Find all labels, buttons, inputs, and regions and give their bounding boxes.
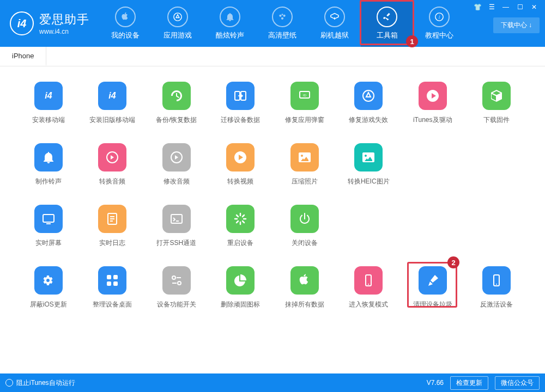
tool-label: 反激活设备 bbox=[480, 300, 513, 309]
tool-label: 安装旧版移动端 bbox=[89, 115, 135, 125]
footer-itunes-toggle[interactable]: 阻止iTunes自动运行 bbox=[16, 378, 75, 388]
wechat-button[interactable]: 微信公众号 bbox=[495, 376, 540, 390]
svg-rect-33 bbox=[107, 281, 111, 286]
logo-badge-icon: i4 bbox=[10, 11, 34, 35]
svg-line-27 bbox=[237, 215, 238, 217]
terminal-icon bbox=[162, 205, 191, 233]
app-title: 爱思助手 bbox=[39, 11, 89, 28]
check-update-button[interactable]: 检查更新 bbox=[450, 376, 488, 390]
radio-icon[interactable] bbox=[5, 379, 13, 387]
nav-5[interactable]: 工具箱 bbox=[361, 0, 413, 47]
tool-制作铃声[interactable]: 制作铃声 bbox=[16, 143, 81, 186]
image-icon bbox=[290, 143, 319, 171]
app-url: www.i4.cn bbox=[39, 28, 89, 35]
tool-修改音频[interactable]: 修改音频 bbox=[144, 143, 209, 186]
tool-label: 修改音频 bbox=[164, 177, 190, 186]
tool-label: 修复应用弹窗 bbox=[285, 115, 324, 125]
toggle-icon bbox=[162, 266, 191, 295]
svg-text:i4: i4 bbox=[109, 91, 116, 100]
tool-转换HEIC图片[interactable]: 转换HEIC图片 bbox=[337, 143, 401, 186]
tool-安装旧版移动端[interactable]: i4安装旧版移动端 bbox=[81, 82, 145, 125]
pie-icon bbox=[226, 266, 255, 295]
annotation-badge-2: 2 bbox=[447, 256, 459, 268]
tool-迁移设备数据[interactable]: 迁移设备数据 bbox=[209, 82, 273, 125]
tool-iTunes及驱动[interactable]: iTunes及驱动 bbox=[401, 82, 465, 125]
tool-进入恢复模式[interactable]: 进入恢复模式 bbox=[337, 266, 401, 309]
tool-修复游戏失效[interactable]: 修复游戏失效 bbox=[337, 82, 401, 125]
tool-打开SSH通道[interactable]: 打开SSH通道 bbox=[144, 205, 209, 248]
nav-icon-6: i bbox=[429, 7, 450, 27]
svg-rect-16 bbox=[43, 215, 54, 222]
tool-label: 备份/恢复数据 bbox=[156, 115, 197, 125]
nav-3[interactable]: 高清壁纸 bbox=[256, 0, 308, 47]
tool-安装移动端[interactable]: i4安装移动端 bbox=[16, 82, 81, 125]
tool-label: 进入恢复模式 bbox=[349, 300, 388, 309]
nav-label: 酷炫铃声 bbox=[216, 30, 244, 40]
tool-label: 迁移设备数据 bbox=[221, 115, 260, 125]
tool-压缩照片[interactable]: 压缩照片 bbox=[272, 143, 337, 186]
image-icon bbox=[354, 143, 383, 171]
tool-label: 删除顽固图标 bbox=[221, 300, 260, 309]
phone-icon bbox=[482, 266, 511, 295]
minimize-icon[interactable]: — bbox=[499, 2, 512, 12]
tool-实时日志[interactable]: 实时日志 bbox=[81, 205, 145, 248]
nav-icon-3 bbox=[272, 7, 293, 27]
tool-抹掉所有数据[interactable]: 抹掉所有数据 bbox=[272, 266, 337, 309]
theme-icon[interactable]: 👕 bbox=[471, 2, 484, 12]
loading-icon bbox=[226, 205, 255, 233]
tool-label: 转换HEIC图片 bbox=[348, 177, 390, 186]
svg-point-4 bbox=[282, 14, 283, 15]
tool-转换音频[interactable]: 转换音频 bbox=[81, 143, 145, 186]
tool-label: 制作铃声 bbox=[35, 177, 62, 186]
svg-line-30 bbox=[243, 215, 244, 217]
tab-iphone[interactable]: iPhone bbox=[0, 47, 46, 66]
tool-清理设备垃圾[interactable]: 清理设备垃圾2 bbox=[401, 266, 465, 309]
nav-icon-2 bbox=[220, 7, 240, 27]
appstore-icon bbox=[354, 82, 383, 110]
nav-label: 教程中心 bbox=[425, 30, 453, 40]
svg-point-2 bbox=[283, 15, 285, 17]
tool-反激活设备[interactable]: 反激活设备 bbox=[465, 266, 529, 309]
svg-point-1 bbox=[279, 15, 281, 17]
nav-6[interactable]: i教程中心 bbox=[413, 0, 465, 47]
nav-label: 高清壁纸 bbox=[268, 30, 296, 40]
close-icon[interactable]: ✕ bbox=[528, 2, 541, 12]
play-icon bbox=[226, 143, 255, 171]
tool-label: 抹掉所有数据 bbox=[285, 300, 324, 309]
svg-text:ID: ID bbox=[303, 94, 307, 97]
tool-重启设备[interactable]: 重启设备 bbox=[209, 205, 273, 248]
music-icon bbox=[419, 82, 447, 110]
tool-屏蔽iOS更新[interactable]: 屏蔽iOS更新 bbox=[16, 266, 81, 309]
tool-设备功能开关[interactable]: 设备功能开关 bbox=[144, 266, 209, 309]
menu-icon[interactable]: ☰ bbox=[485, 2, 498, 12]
tool-关闭设备[interactable]: 关闭设备 bbox=[272, 205, 337, 248]
nav-0[interactable]: 我的设备 bbox=[99, 0, 152, 47]
restore-icon bbox=[162, 82, 191, 110]
tool-下载固件[interactable]: 下载固件 bbox=[465, 82, 529, 125]
tool-修复应用弹窗[interactable]: ID修复应用弹窗 bbox=[272, 82, 337, 125]
nav-4[interactable]: 刷机越狱 bbox=[308, 0, 361, 47]
download-center-button[interactable]: 下载中心 ↓ bbox=[493, 17, 540, 33]
nav-1[interactable]: 应用游戏 bbox=[152, 0, 204, 47]
tool-label: 整理设备桌面 bbox=[93, 300, 132, 309]
tool-label: 屏蔽iOS更新 bbox=[30, 300, 67, 309]
window-controls: 👕 ☰ — ☐ ✕ bbox=[471, 2, 541, 12]
tool-转换视频[interactable]: 转换视频 bbox=[209, 143, 273, 186]
maximize-icon[interactable]: ☐ bbox=[513, 2, 526, 12]
tab-bar: iPhone bbox=[0, 47, 545, 66]
bell-icon bbox=[34, 143, 63, 171]
tool-实时屏幕[interactable]: 实时屏幕 bbox=[16, 205, 81, 248]
tool-label: 实时屏幕 bbox=[35, 238, 62, 248]
tool-整理设备桌面[interactable]: 整理设备桌面 bbox=[81, 266, 145, 309]
nav-2[interactable]: 酷炫铃声 bbox=[204, 0, 256, 47]
tool-label: 压缩照片 bbox=[292, 177, 318, 186]
tool-删除顽固图标[interactable]: 删除顽固图标 bbox=[209, 266, 273, 309]
svg-text:i: i bbox=[439, 14, 440, 20]
tool-备份/恢复数据[interactable]: 备份/恢复数据 bbox=[144, 82, 209, 125]
apple-icon bbox=[290, 266, 319, 295]
annotation-badge-1: 1 bbox=[406, 35, 418, 47]
migrate-icon bbox=[226, 82, 255, 110]
tool-label: 重启设备 bbox=[227, 238, 253, 248]
svg-rect-22 bbox=[171, 215, 182, 223]
svg-rect-17 bbox=[46, 223, 51, 224]
